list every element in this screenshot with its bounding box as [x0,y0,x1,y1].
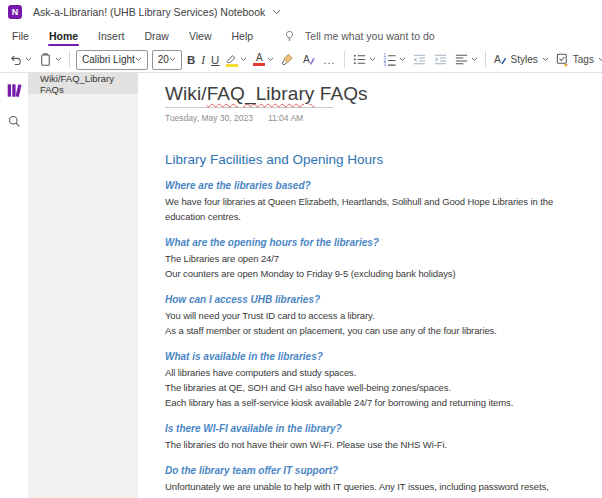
styles-button[interactable]: A Styles [491,49,551,71]
page-title-misspelled: FAQ_Library [207,83,315,104]
menu-item-home[interactable]: Home [39,24,88,47]
titlebar: N Ask-a-Librarian! (UHB Library Services… [0,0,602,24]
bullet-list-button[interactable] [350,49,378,71]
ribbon-divider [485,51,486,68]
svg-text:A: A [494,54,501,65]
font-options-button[interactable]: A [299,49,318,71]
page-date-row: Tuesday, May 30, 2023 11:04 AM [165,113,602,123]
numbered-list-button[interactable]: 1 2 3 [380,49,408,71]
page-title-post: FAQs [314,83,367,104]
menubar-items: FileHomeInsertDrawViewHelp [2,24,263,47]
bullet-list-chevron-icon[interactable] [369,57,376,62]
highlight-chevron-icon[interactable] [240,57,247,62]
title-underline [165,107,333,108]
font-name-value: Calibri Light [82,54,135,65]
tags-label: Tags [573,54,594,65]
faq-answer: Unfortunately we are unable to help with… [165,479,563,498]
faq-answer: You will need your Trust ID card to acce… [165,308,563,323]
faq-section: Is there WI-FI available in the library?… [165,423,563,452]
numbered-list-icon: 1 2 3 [382,52,397,67]
menu-item-file[interactable]: File [2,24,39,47]
content-heading: Library Facilities and Opening Hours [165,152,602,167]
font-name-chevron-icon [135,57,142,62]
menubar: FileHomeInsertDrawViewHelp Tell me what … [0,24,602,47]
paste-button[interactable] [36,49,64,71]
styles-label: Styles [511,54,538,65]
font-color-chevron-icon[interactable] [267,57,274,62]
format-painter-button[interactable] [278,49,297,71]
onenote-logo-letter: N [12,7,19,17]
left-rail [0,73,28,498]
italic-button[interactable]: I [199,49,207,71]
faq-sections: Where are the libraries based?We have fo… [165,180,602,498]
faq-question: What is available in the libraries? [165,351,563,362]
highlighter-icon [225,53,238,67]
tell-me-label: Tell me what you want to do [305,30,435,42]
search-icon[interactable] [7,114,22,129]
menu-item-draw[interactable]: Draw [134,24,179,47]
menu-item-help[interactable]: Help [221,24,263,47]
underline-button[interactable]: U [209,49,221,71]
faq-question: Is there WI-FI available in the library? [165,423,563,434]
font-name-select[interactable]: Calibri Light [76,50,148,70]
more-options-button[interactable]: ... [320,49,338,71]
faq-question: Where are the libraries based? [165,180,563,191]
align-button[interactable] [452,49,480,71]
align-chevron-icon[interactable] [471,57,478,62]
faq-answer: Each library has a self-service kiosk av… [165,395,563,410]
tell-me-box[interactable]: Tell me what you want to do [283,24,435,47]
align-left-icon [454,52,469,67]
faq-question: Do the library team offer IT support? [165,465,563,476]
faq-section: Where are the libraries based?We have fo… [165,180,563,224]
onenote-app-icon: N [8,5,22,19]
faq-section: What are the opening hours for the libra… [165,237,563,281]
menu-item-insert[interactable]: Insert [88,24,134,47]
faq-answer: The Libraries are open 24/7 [165,251,563,266]
undo-button[interactable] [6,49,34,71]
page-list-item[interactable]: Wiki/FAQ_Library FAQs [28,73,138,94]
undo-icon [8,52,23,67]
tags-button[interactable]: ★ Tags [553,49,602,71]
menu-item-view[interactable]: View [179,24,222,47]
tags-icon: ★ [555,52,570,67]
page-canvas[interactable]: Wiki/FAQ_Library FAQs Tuesday, May 30, 2… [138,73,602,498]
ribbon-divider [69,51,70,68]
faq-answer: All libraries have computers and study s… [165,365,563,380]
font-color-button[interactable]: A [251,49,276,71]
bullet-list-icon [352,52,367,67]
faq-section: How can I access UHB libraries?You will … [165,294,563,338]
svg-text:A: A [303,54,310,65]
page-date: Tuesday, May 30, 2023 [165,113,253,123]
styles-chevron-icon[interactable] [542,57,549,62]
tags-chevron-icon[interactable] [598,57,602,62]
lightbulb-icon [283,29,296,43]
faq-section: Do the library team offer IT support?Unf… [165,465,563,498]
faq-section: What is available in the libraries?All l… [165,351,563,410]
decrease-indent-button[interactable] [410,49,429,71]
onenote-window: { "titlebar": { "title": "Ask-a-Libraria… [0,0,602,498]
notebook-title[interactable]: Ask-a-Librarian! (UHB Library Services) … [33,6,265,18]
increase-indent-icon [433,52,448,67]
bold-button[interactable]: B [185,49,197,71]
faq-answer: The libraries do not have their own Wi-F… [165,437,563,452]
ribbon-toolbar: Calibri Light 20 B I U A A ... [0,47,602,73]
svg-text:★: ★ [563,61,569,67]
undo-chevron-icon[interactable] [25,57,32,62]
svg-text:3: 3 [383,62,386,67]
notebooks-icon[interactable] [6,82,23,99]
faq-question: How can I access UHB libraries? [165,294,563,305]
increase-indent-button[interactable] [431,49,450,71]
format-painter-icon [280,52,295,67]
font-size-select[interactable]: 20 [152,50,182,70]
decrease-indent-icon [412,52,427,67]
paste-chevron-icon[interactable] [55,57,62,62]
highlight-button[interactable] [223,49,249,71]
main-area: Wiki/FAQ_Library FAQs Wiki/FAQ_Library F… [0,73,602,498]
clipboard-icon [38,52,53,67]
ribbon-divider [344,51,345,68]
font-size-value: 20 [158,54,169,65]
faq-answer: We have four libraries at Queen Elizabet… [165,194,563,224]
page-title[interactable]: Wiki/FAQ_Library FAQs [165,83,602,105]
notebook-chevron-down-icon[interactable] [272,9,281,15]
numbered-list-chevron-icon[interactable] [399,57,406,62]
